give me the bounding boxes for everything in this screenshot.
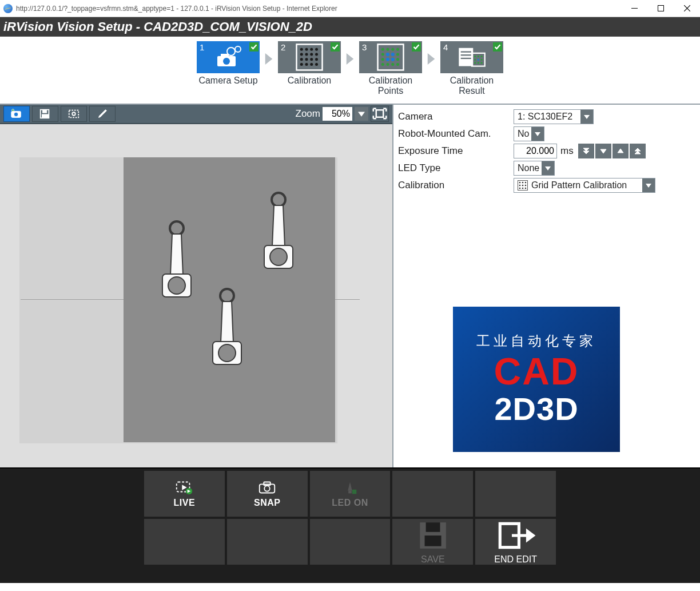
svg-point-78 xyxy=(218,344,236,362)
svg-marker-113 xyxy=(526,528,536,542)
wizard-step-calibration-points[interactable]: 3 xyxy=(359,41,422,73)
browser-titlebar: http://127.0.0.1/?_toppage=vsfrmn.stm&_a… xyxy=(0,0,700,17)
dropdown-icon[interactable] xyxy=(531,127,544,141)
prop-row-exposure: Exposure Time ms xyxy=(398,142,695,160)
svg-rect-10 xyxy=(297,45,323,70)
svg-rect-1 xyxy=(658,6,663,11)
svg-rect-109 xyxy=(425,522,440,532)
camera-view-area[interactable] xyxy=(0,124,392,467)
exposure-time-input[interactable] xyxy=(514,144,557,158)
exposure-fast-up-button[interactable] xyxy=(630,144,646,158)
camera-view-button[interactable] xyxy=(3,106,30,122)
svg-point-14 xyxy=(315,48,318,51)
svg-point-16 xyxy=(305,53,308,56)
svg-point-96 xyxy=(522,187,524,189)
led-on-button: LED ON xyxy=(310,471,391,517)
svg-marker-85 xyxy=(635,151,641,154)
svg-point-105 xyxy=(264,486,269,491)
svg-point-15 xyxy=(300,53,303,56)
svg-point-67 xyxy=(72,112,75,116)
window-maximize-button[interactable] xyxy=(647,0,674,17)
dropdown-icon[interactable] xyxy=(642,179,655,192)
svg-marker-79 xyxy=(584,115,590,119)
svg-point-95 xyxy=(519,187,521,189)
snap-button[interactable]: SNAP xyxy=(227,471,308,517)
svg-point-29 xyxy=(381,48,384,51)
svg-marker-80 xyxy=(535,132,540,136)
exposure-fast-down-button[interactable] xyxy=(578,144,594,158)
live-icon xyxy=(174,479,194,495)
color-picker-button[interactable] xyxy=(89,106,116,122)
zoom-label: Zoom xyxy=(296,108,320,120)
svg-rect-69 xyxy=(376,110,384,118)
wizard-step-camera-setup[interactable]: 1 xyxy=(197,41,260,73)
svg-point-7 xyxy=(223,58,230,65)
save-icon xyxy=(415,519,451,552)
blank-button-1 xyxy=(392,471,473,517)
svg-marker-68 xyxy=(358,112,365,116)
select-value: No xyxy=(514,127,531,141)
camera-select[interactable]: 1: SC130EF2 xyxy=(514,109,594,124)
check-icon xyxy=(331,42,340,51)
camera-image xyxy=(124,157,335,442)
robot-mounted-select[interactable]: No xyxy=(514,126,544,141)
zoom-fit-button[interactable] xyxy=(371,106,389,122)
svg-point-92 xyxy=(519,184,521,186)
brand-tagline: 工业自动化专家 xyxy=(476,332,596,350)
dropdown-icon[interactable] xyxy=(580,110,593,124)
exposure-down-button[interactable] xyxy=(595,144,611,158)
prop-row-calibration: Calibration Grid Pattern Calibration xyxy=(398,177,695,194)
svg-marker-87 xyxy=(545,166,551,170)
svg-rect-28 xyxy=(378,45,404,70)
svg-point-13 xyxy=(310,48,313,51)
wizard-step-calibration-result[interactable]: 4 xyxy=(440,41,503,73)
save-image-button[interactable] xyxy=(32,106,58,122)
live-button[interactable]: LIVE xyxy=(144,471,225,517)
svg-point-34 xyxy=(386,53,389,56)
svg-point-22 xyxy=(315,58,318,61)
blank-button-3 xyxy=(144,519,225,565)
exit-icon xyxy=(495,519,535,552)
exposure-unit: ms xyxy=(560,145,574,157)
wizard-step-calibration[interactable]: 2 xyxy=(278,41,341,73)
svg-marker-27 xyxy=(347,53,354,65)
window-close-button[interactable] xyxy=(674,0,700,17)
select-value: Grid Pattern Calibration xyxy=(514,179,642,192)
svg-marker-83 xyxy=(600,149,606,153)
image-toolbar: Zoom 50% xyxy=(0,105,392,124)
window-minimize-button[interactable] xyxy=(621,0,647,17)
brand-line-cad: CAD xyxy=(494,352,579,390)
wizard-step-label: Calibration xyxy=(275,76,344,86)
svg-rect-64 xyxy=(42,109,46,113)
svg-point-43 xyxy=(391,63,394,66)
end-edit-button[interactable]: END EDIT xyxy=(475,519,556,565)
prop-row-robot-mounted: Robot-Mounted Cam. No xyxy=(398,125,695,142)
wizard-step-number: 1 xyxy=(200,42,204,52)
svg-marker-100 xyxy=(182,485,188,490)
svg-point-57 xyxy=(474,62,476,64)
select-value: 1: SC130EF2 xyxy=(514,110,580,124)
wizard-step-number: 2 xyxy=(281,42,285,52)
check-icon xyxy=(412,42,421,51)
camera-gears-icon xyxy=(214,46,242,69)
svg-point-21 xyxy=(310,58,313,61)
svg-point-30 xyxy=(387,48,389,51)
prop-row-camera: Camera 1: SC130EF2 xyxy=(398,108,695,125)
zoom-dropdown-button[interactable] xyxy=(355,107,368,121)
wizard-step-label: Calibration Points xyxy=(356,76,425,97)
ie-icon xyxy=(3,4,13,13)
svg-point-61 xyxy=(14,112,18,116)
led-type-select[interactable]: None xyxy=(514,161,555,176)
calibration-select[interactable]: Grid Pattern Calibration xyxy=(514,178,655,193)
dropdown-icon[interactable] xyxy=(542,161,554,175)
blank-button-5 xyxy=(310,519,391,565)
button-label: LIVE xyxy=(174,498,196,508)
button-label: LED ON xyxy=(332,498,368,508)
svg-point-5 xyxy=(235,46,241,52)
mask-tool-button[interactable] xyxy=(61,106,87,122)
svg-point-94 xyxy=(525,184,527,186)
prop-label: Robot-Mounted Cam. xyxy=(398,128,514,140)
exposure-up-button[interactable] xyxy=(612,144,629,158)
svg-point-11 xyxy=(300,48,303,51)
svg-point-23 xyxy=(300,63,303,66)
